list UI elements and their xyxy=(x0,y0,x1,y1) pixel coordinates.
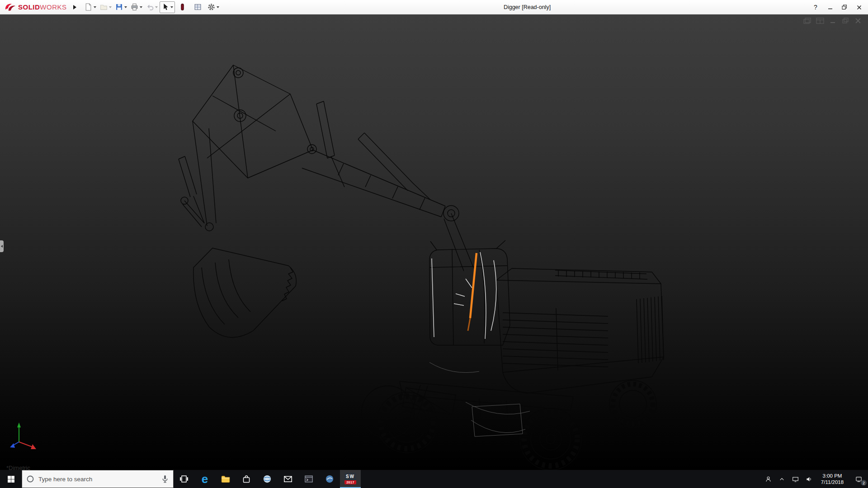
orientation-triad xyxy=(10,422,36,449)
start-button[interactable] xyxy=(0,470,22,488)
taskbar-app-store[interactable] xyxy=(236,470,257,488)
digger-wireframe-model[interactable] xyxy=(0,14,868,470)
open-folder-icon xyxy=(100,3,108,11)
task-view-icon xyxy=(179,474,189,483)
display-icon xyxy=(792,476,799,483)
action-center-button[interactable]: 2 xyxy=(849,470,868,488)
dropdown-arrow-icon[interactable] xyxy=(140,6,142,8)
new-document-icon xyxy=(85,3,92,11)
people-icon xyxy=(765,476,772,483)
clock[interactable]: 3:00 PM 7/11/2018 xyxy=(816,470,849,488)
volume-button[interactable] xyxy=(802,470,816,488)
help-button[interactable]: ? xyxy=(808,1,823,14)
taskbar-app-mail[interactable] xyxy=(278,470,298,488)
printer-icon xyxy=(131,3,138,11)
document-window-controls xyxy=(803,17,863,24)
taskbar-app-solidworks-2017[interactable]: SW 2017 xyxy=(340,470,361,488)
search-input[interactable] xyxy=(38,476,157,483)
date-label: 7/11/2018 xyxy=(821,479,844,485)
chevron-up-icon xyxy=(778,476,785,483)
file-explorer-icon xyxy=(221,474,230,483)
cascade-window-button[interactable] xyxy=(803,17,812,24)
close-icon xyxy=(854,17,863,24)
appearance-button[interactable] xyxy=(175,1,190,13)
undo-button[interactable] xyxy=(144,1,160,13)
people-button[interactable] xyxy=(761,470,775,488)
gear-icon xyxy=(208,3,215,11)
store-bag-icon xyxy=(242,474,251,483)
minimize-icon xyxy=(828,17,837,24)
system-tray: 3:00 PM 7/11/2018 2 xyxy=(761,470,868,488)
display-tray-button[interactable] xyxy=(788,470,802,488)
new-button[interactable] xyxy=(83,1,98,13)
print-button[interactable] xyxy=(129,1,144,13)
properties-table-icon xyxy=(194,3,202,11)
ds-logo-icon xyxy=(5,3,16,12)
save-button[interactable] xyxy=(113,1,129,13)
edge-icon: e xyxy=(202,473,208,485)
select-cursor-icon xyxy=(161,3,169,11)
options-button[interactable] xyxy=(206,1,221,13)
tile-window-button[interactable] xyxy=(816,17,825,24)
windows-logo-icon xyxy=(7,475,15,483)
notification-badge: 2 xyxy=(861,480,867,486)
restore-button[interactable] xyxy=(837,1,852,14)
window-controls: ? xyxy=(808,0,866,14)
menu-flyout-arrow-icon[interactable] xyxy=(73,5,76,9)
appearance-icon xyxy=(179,3,186,11)
document-restore-button[interactable] xyxy=(841,17,850,24)
solidworks-logo: SOLIDWORKS xyxy=(0,3,70,12)
microphone-icon[interactable] xyxy=(160,474,170,483)
restore-icon xyxy=(841,17,850,24)
undo-arrow-icon xyxy=(146,3,154,11)
titlebar: SOLIDWORKS xyxy=(0,0,868,14)
sphere-app-icon xyxy=(263,474,272,483)
document-close-button[interactable] xyxy=(854,17,863,24)
windows-taskbar: e xyxy=(0,470,868,488)
document-minimize-button[interactable] xyxy=(828,17,837,24)
solidworks-window: SOLIDWORKS xyxy=(0,0,868,488)
dropdown-arrow-icon[interactable] xyxy=(170,6,173,8)
console-window-icon xyxy=(304,474,313,483)
dropdown-arrow-icon[interactable] xyxy=(94,6,96,8)
cascade-icon xyxy=(803,17,812,24)
dropdown-arrow-icon[interactable] xyxy=(124,6,127,8)
taskbar-app-sphere[interactable] xyxy=(257,470,278,488)
window-title: Digger [Read-only] xyxy=(504,4,551,10)
time-label: 3:00 PM xyxy=(823,473,842,479)
task-view-button[interactable] xyxy=(174,470,194,488)
save-floppy-icon xyxy=(115,3,123,11)
help-icon: ? xyxy=(814,4,817,11)
dropdown-arrow-icon[interactable] xyxy=(109,6,112,8)
select-button[interactable] xyxy=(160,1,175,13)
minimize-icon xyxy=(828,5,833,10)
dropdown-arrow-icon[interactable] xyxy=(217,6,219,8)
solidworks-2017-icon: SW 2017 xyxy=(344,473,356,484)
graphics-viewport[interactable]: *Dimetric xyxy=(0,14,868,470)
edrawings-icon xyxy=(325,474,334,483)
view-orientation-label: *Dimetric xyxy=(6,465,30,470)
taskbar-app-edge[interactable]: e xyxy=(194,470,215,488)
taskbar-app-file-explorer[interactable] xyxy=(215,470,236,488)
minimize-button[interactable] xyxy=(823,1,837,14)
taskbar-app-console[interactable] xyxy=(298,470,319,488)
taskbar-app-edrawings[interactable] xyxy=(319,470,340,488)
speaker-icon xyxy=(806,476,812,483)
restore-icon xyxy=(842,5,847,10)
hidden-icons-button[interactable] xyxy=(775,470,788,488)
tile-icon xyxy=(816,17,825,24)
close-icon xyxy=(857,5,862,10)
panel-collapse-tab[interactable] xyxy=(0,240,4,252)
properties-button[interactable] xyxy=(190,1,206,13)
taskbar-search[interactable] xyxy=(22,470,174,488)
solidworks-wordmark: SOLIDWORKS xyxy=(18,3,67,11)
mail-icon xyxy=(283,474,292,483)
cortana-icon xyxy=(26,474,35,483)
close-button[interactable] xyxy=(852,1,866,14)
open-button[interactable] xyxy=(98,1,113,13)
dropdown-arrow-icon[interactable] xyxy=(155,6,158,8)
